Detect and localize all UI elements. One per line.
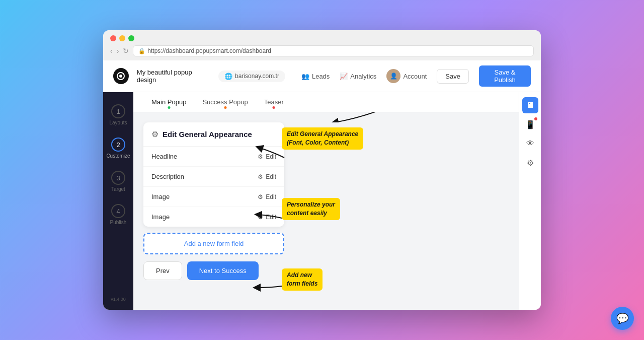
settings-icon: ⚙ xyxy=(151,129,158,139)
image1-row: Image ⚙ Edit xyxy=(143,187,284,207)
dot-red[interactable] xyxy=(110,35,116,41)
sidebar-num-3: 3 xyxy=(111,171,125,185)
image1-label: Image xyxy=(151,193,170,200)
next-button[interactable]: Next to Success xyxy=(187,261,259,280)
address-bar[interactable]: 🔒 https://dashboard.popupsmart.com/dashb… xyxy=(133,45,534,56)
dot-green[interactable] xyxy=(128,35,134,41)
domain-badge[interactable]: 🌐 barisonay.com.tr xyxy=(218,71,285,82)
reload-icon[interactable]: ↻ xyxy=(123,47,129,55)
appearance-panel: ⚙ Edit General Appearance Headline ⚙ Edi… xyxy=(143,122,284,227)
version-label: v1.4.00 xyxy=(111,297,126,302)
mobile-icon[interactable]: 📱 xyxy=(522,116,538,132)
editor-area: ⚙ Edit General Appearance Headline ⚙ Edi… xyxy=(133,112,519,310)
account-nav-item[interactable]: 👤 Account xyxy=(386,69,427,83)
sidebar-num-2: 2 xyxy=(111,138,125,152)
chat-widget[interactable]: 💬 xyxy=(611,307,634,330)
save-publish-button[interactable]: Save & Publish xyxy=(479,65,531,87)
add-field-button[interactable]: Add a new form field xyxy=(143,233,284,254)
app-header: My beautiful popup design 🌐 barisonay.co… xyxy=(103,60,541,92)
dot-yellow[interactable] xyxy=(119,35,125,41)
gear-icon-image2: ⚙ xyxy=(258,214,263,221)
image1-edit-button[interactable]: ⚙ Edit xyxy=(258,193,276,200)
panel-header: ⚙ Edit General Appearance xyxy=(143,122,284,147)
settings-sidebar-icon[interactable]: ⚙ xyxy=(522,155,538,171)
preview-icon[interactable]: 👁 xyxy=(522,135,538,152)
back-arrow[interactable]: ‹ xyxy=(110,47,113,55)
tab-dot-teaser xyxy=(273,106,275,109)
browser-dots xyxy=(110,35,534,41)
description-edit-button[interactable]: ⚙ Edit xyxy=(258,173,276,180)
sidebar-label-customize: Customize xyxy=(106,153,130,159)
headline-label: Headline xyxy=(151,153,177,160)
tab-dot-success xyxy=(224,106,226,109)
analytics-nav-item[interactable]: 📈 Analytics xyxy=(340,73,376,80)
headline-row: Headline ⚙ Edit xyxy=(143,147,284,167)
browser-window: ‹ › ↻ 🔒 https://dashboard.popupsmart.com… xyxy=(103,30,541,310)
svg-point-1 xyxy=(119,75,122,78)
browser-nav: ‹ › ↻ 🔒 https://dashboard.popupsmart.com… xyxy=(110,45,534,56)
desktop-icon[interactable]: 🖥 xyxy=(522,97,538,113)
tab-dot-main xyxy=(168,106,170,109)
leads-label: Leads xyxy=(312,73,330,80)
sidebar-item-layouts[interactable]: 1 Layouts xyxy=(103,100,133,129)
image2-label: Image xyxy=(151,213,170,221)
project-name: My beautiful popup design xyxy=(137,69,210,84)
arrow-tabs xyxy=(284,112,385,122)
browser-chrome: ‹ › ↻ 🔒 https://dashboard.popupsmart.com… xyxy=(103,30,541,60)
avatar: 👤 xyxy=(386,69,400,83)
tab-teaser[interactable]: Teaser xyxy=(256,92,292,112)
sidebar-num-1: 1 xyxy=(111,104,125,118)
app-logo xyxy=(113,68,129,84)
tab-main-popup[interactable]: Main Popup xyxy=(143,92,194,112)
main-content: Main Popup Success Popup Teaser ⚙ xyxy=(133,92,519,310)
sidebar-item-customize[interactable]: 2 Customize xyxy=(103,133,133,163)
sidebar-label-layouts: Layouts xyxy=(109,120,127,125)
sidebar-item-publish[interactable]: 4 Publish xyxy=(103,200,133,229)
prev-button[interactable]: Prev xyxy=(143,261,182,280)
panel-title: Edit General Appearance xyxy=(163,130,252,139)
analytics-label: Analytics xyxy=(350,73,376,80)
sidebar-label-publish: Publish xyxy=(110,220,127,225)
app-body: 1 Layouts 2 Customize 3 Target 4 xyxy=(103,92,541,310)
gear-icon-headline: ⚙ xyxy=(258,153,263,160)
chat-icon: 💬 xyxy=(616,312,629,324)
tab-success-popup[interactable]: Success Popup xyxy=(194,92,256,112)
image2-row: Image ⚙ Edit xyxy=(143,207,284,227)
description-row: Description ⚙ Edit xyxy=(143,167,284,187)
image2-edit-button[interactable]: ⚙ Edit xyxy=(258,214,276,221)
left-sidebar: 1 Layouts 2 Customize 3 Target 4 xyxy=(103,92,133,310)
gear-icon-description: ⚙ xyxy=(258,173,263,180)
forward-arrow[interactable]: › xyxy=(117,47,119,55)
annotation-personalize: Personalize your content easily xyxy=(282,198,340,220)
leads-nav-item[interactable]: 👥 Leads xyxy=(301,73,330,80)
header-nav: 👥 Leads 📈 Analytics 👤 Account Save Save … xyxy=(301,65,531,87)
headline-edit-button[interactable]: ⚙ Edit xyxy=(258,153,276,160)
sidebar-label-target: Target xyxy=(111,186,125,192)
url-text: https://dashboard.popupsmart.com/dashboa… xyxy=(147,47,271,54)
description-label: Description xyxy=(151,173,184,180)
globe-icon: 🌐 xyxy=(224,73,232,80)
save-button[interactable]: Save xyxy=(437,69,469,84)
tab-bar: Main Popup Success Popup Teaser xyxy=(133,92,519,112)
gear-icon-image1: ⚙ xyxy=(258,193,263,200)
sidebar-num-4: 4 xyxy=(111,204,125,218)
lock-icon: 🔒 xyxy=(138,48,145,54)
mobile-dot-badge xyxy=(534,117,537,120)
account-label: Account xyxy=(403,73,427,80)
domain-text: barisonay.com.tr xyxy=(235,73,279,80)
nav-buttons: Prev Next to Success xyxy=(143,261,509,280)
right-sidebar: 🖥 📱 👁 ⚙ xyxy=(519,92,541,310)
analytics-icon: 📈 xyxy=(340,73,348,80)
sidebar-item-target[interactable]: 3 Target xyxy=(103,167,133,196)
annotation-appearance: Edit General Appearance (Font, Color, Co… xyxy=(282,127,363,150)
leads-icon: 👥 xyxy=(301,73,309,80)
